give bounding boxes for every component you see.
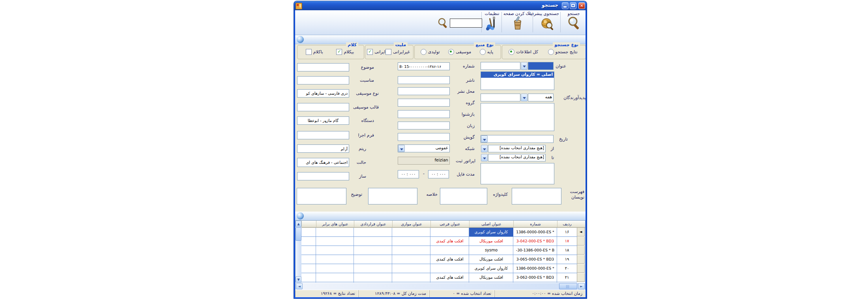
keyword-input[interactable]	[440, 188, 487, 204]
occasion-input[interactable]	[297, 76, 349, 84]
network-combo-arrow[interactable]	[398, 145, 405, 152]
vertical-scrollbar[interactable]: ▲ ▼	[296, 221, 301, 283]
checkbox-icon[interactable]	[385, 49, 391, 55]
cell-number[interactable]: 3-042-000-ES * BD3	[513, 237, 557, 246]
cell-main-title[interactable]: افکت موزیکال	[469, 273, 513, 282]
column-header-extra[interactable]	[301, 221, 316, 228]
column-header-indicator[interactable]	[577, 221, 585, 228]
radio-icon-selected[interactable]	[448, 49, 454, 55]
performance-form-input[interactable]	[297, 131, 349, 139]
cell-number[interactable]: -30-1386-000-ES * B	[513, 246, 557, 255]
date-listbox[interactable]	[481, 163, 554, 184]
creators-listbox[interactable]	[481, 103, 554, 131]
scroll-up-button[interactable]: ▲	[296, 221, 301, 227]
cell-row-number[interactable]: ۱۹	[557, 255, 577, 264]
cell-subtitle[interactable]: افکت های کمدی	[430, 273, 469, 282]
cell-subtitle[interactable]: افکت های کمدی	[430, 255, 469, 264]
date-combo-arrow[interactable]	[481, 135, 488, 142]
checkbox-with-lyrics[interactable]: باکلام	[306, 49, 323, 55]
title-input[interactable]	[481, 62, 520, 70]
creators-value[interactable]: همه	[528, 94, 554, 101]
column-header-equal-titles[interactable]: عنوان های برابر	[316, 221, 354, 228]
radio-base[interactable]: پایه	[480, 49, 493, 55]
cell-main-title[interactable]: sysmo	[469, 246, 513, 255]
radio-music[interactable]: موسیقی	[448, 49, 471, 55]
pub-place-input[interactable]	[398, 87, 450, 95]
horizontal-scroll-thumb[interactable]	[559, 283, 577, 289]
file-duration-to[interactable]: ۰۰۰ : ۰۰	[398, 170, 419, 178]
row-indicator-cell[interactable]	[577, 255, 585, 264]
mood-input[interactable]	[297, 158, 349, 167]
network-combo[interactable]: عمومی	[398, 144, 450, 152]
checkbox-without-lyrics[interactable]: بیکلام ✓	[336, 49, 354, 55]
creators-input[interactable]	[481, 94, 520, 101]
subject-input[interactable]	[297, 63, 349, 71]
radio-icon[interactable]	[480, 49, 486, 55]
cell-main-title[interactable]: افکت موزیکال	[469, 255, 513, 264]
publisher-input[interactable]	[398, 76, 450, 84]
cell-number[interactable]: 3-065-000-ES * BD3	[513, 255, 557, 264]
description-input[interactable]	[297, 188, 346, 204]
relistener-input[interactable]	[398, 110, 450, 118]
splitter-strip-bottom[interactable]	[295, 212, 586, 221]
quick-search-input[interactable]	[450, 19, 482, 28]
column-header-subtitle[interactable]: عنوان فرعی	[430, 221, 469, 228]
scroll-left-button[interactable]: ◄	[296, 283, 303, 289]
column-header-number[interactable]: شماره	[513, 221, 557, 228]
title-listbox-selected-item[interactable]: اصلی = کاروان سرای کویری	[481, 72, 554, 78]
radio-all-information[interactable]: کل اطلاعات	[509, 49, 538, 55]
music-format-input[interactable]	[297, 103, 349, 111]
row-indicator-cell[interactable]	[577, 237, 585, 246]
title-combo-arrow[interactable]	[521, 62, 528, 70]
dialect-input[interactable]	[398, 133, 450, 141]
row-indicator-cell[interactable]	[577, 273, 585, 282]
sphere-icon[interactable]	[297, 36, 304, 43]
cell-main-title[interactable]: افکت موزیکال	[469, 237, 513, 246]
title-listbox[interactable]: اصلی = کاروان سرای کویری	[481, 71, 554, 90]
vertical-scroll-thumb[interactable]	[296, 227, 301, 241]
column-header-row[interactable]: ردیف	[557, 221, 577, 228]
catalogers-input[interactable]	[512, 188, 561, 204]
row-indicator-cell[interactable]	[577, 246, 585, 255]
number-input[interactable]	[398, 62, 450, 70]
date-combo[interactable]	[481, 135, 554, 143]
checkbox-icon[interactable]	[306, 49, 312, 55]
maximize-button[interactable]	[570, 2, 576, 9]
radio-icon-selected[interactable]	[509, 49, 514, 55]
settings-button[interactable]: تنظیمات	[483, 11, 501, 34]
dastgah-input[interactable]	[297, 116, 349, 125]
instrument-input[interactable]	[297, 172, 349, 180]
from-combo-arrow[interactable]	[481, 145, 488, 152]
advanced-search-button[interactable]: جستجوی پیشرفته	[535, 11, 559, 34]
to-combo-arrow[interactable]	[481, 154, 488, 161]
language-input[interactable]	[398, 122, 450, 129]
close-button[interactable]: ✕	[578, 2, 585, 9]
column-header-main-title[interactable]: عنوان اصلی	[469, 221, 513, 228]
cell-row-number[interactable]: ۱۷	[557, 237, 577, 246]
splitter-strip-top[interactable]	[295, 35, 586, 44]
cell-row-number[interactable]: ۱۶	[557, 228, 577, 236]
file-duration-from[interactable]: ۰۰۰ : ۰۰	[428, 170, 449, 178]
cell-row-number[interactable]: ۱۸	[557, 246, 577, 255]
minimize-button[interactable]	[562, 2, 569, 9]
radio-icon[interactable]	[421, 49, 427, 55]
scroll-down-button[interactable]: ▼	[296, 276, 301, 283]
checkbox-non-iranian[interactable]: غیرایرانی	[385, 49, 410, 55]
radio-icon[interactable]	[548, 49, 554, 55]
music-type-input[interactable]	[297, 89, 349, 98]
cell-main-title-selected[interactable]: کاروان سرای کویری	[469, 228, 513, 236]
cell-number[interactable]: 1386-0000-000-ES *	[513, 264, 557, 273]
rhythm-input[interactable]	[297, 144, 349, 153]
sphere-icon[interactable]	[297, 212, 304, 219]
cell-subtitle[interactable]: افکت های کمدی	[430, 237, 469, 246]
cell-number[interactable]: 3-062-000-ES * BD3	[513, 273, 557, 282]
checkbox-checked-icon[interactable]: ✓	[336, 49, 342, 55]
creators-combo-arrow[interactable]	[521, 94, 528, 101]
cell-row-number[interactable]: ۲۱	[557, 273, 577, 282]
cell-row-number[interactable]: ۲۰	[557, 264, 577, 273]
radio-search-results[interactable]: نتایج جستجو	[548, 49, 578, 55]
summary-input[interactable]	[368, 188, 417, 204]
checkbox-checked-icon[interactable]: ✓	[367, 49, 373, 55]
title-combo-selected[interactable]	[528, 62, 554, 70]
title-bar[interactable]: جستجو ✕	[294, 1, 587, 10]
